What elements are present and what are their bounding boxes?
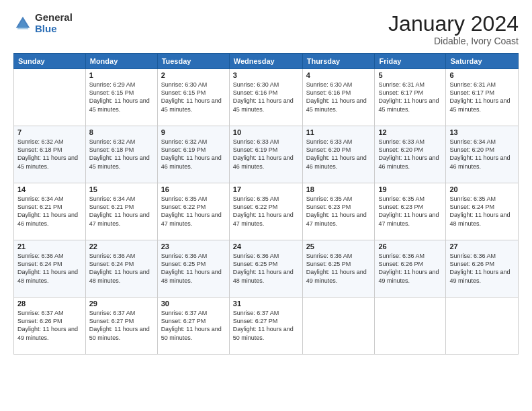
day-number: 16 xyxy=(161,185,226,193)
calendar-cell: 9Sunrise: 6:32 AMSunset: 6:19 PMDaylight… xyxy=(157,126,229,183)
calendar-cell: 17Sunrise: 6:35 AMSunset: 6:22 PMDayligh… xyxy=(229,183,302,240)
day-number: 31 xyxy=(233,300,299,308)
calendar-cell: 18Sunrise: 6:35 AMSunset: 6:23 PMDayligh… xyxy=(302,183,375,240)
day-number: 14 xyxy=(17,185,82,193)
calendar-cell: 29Sunrise: 6:37 AMSunset: 6:27 PMDayligh… xyxy=(85,298,157,355)
calendar-header-friday: Friday xyxy=(375,54,446,69)
cell-info: Sunrise: 6:36 AMSunset: 6:24 PMDaylight:… xyxy=(89,252,154,285)
cell-info: Sunrise: 6:37 AMSunset: 6:27 PMDaylight:… xyxy=(89,309,154,342)
calendar-cell: 25Sunrise: 6:36 AMSunset: 6:25 PMDayligh… xyxy=(302,240,375,298)
calendar-cell: 10Sunrise: 6:33 AMSunset: 6:19 PMDayligh… xyxy=(229,126,302,183)
cell-info: Sunrise: 6:36 AMSunset: 6:25 PMDaylight:… xyxy=(161,252,226,285)
calendar-cell: 30Sunrise: 6:37 AMSunset: 6:27 PMDayligh… xyxy=(157,298,229,355)
calendar-cell: 27Sunrise: 6:36 AMSunset: 6:26 PMDayligh… xyxy=(446,240,519,298)
calendar-table: SundayMondayTuesdayWednesdayThursdayFrid… xyxy=(13,53,519,355)
cell-info: Sunrise: 6:29 AMSunset: 6:15 PMDaylight:… xyxy=(89,81,154,113)
calendar-cell: 4Sunrise: 6:30 AMSunset: 6:16 PMDaylight… xyxy=(302,69,375,126)
day-number: 4 xyxy=(306,71,371,79)
calendar-header-sunday: Sunday xyxy=(14,54,86,69)
calendar-cell: 16Sunrise: 6:35 AMSunset: 6:22 PMDayligh… xyxy=(157,183,229,240)
day-number: 15 xyxy=(89,185,154,193)
cell-info: Sunrise: 6:33 AMSunset: 6:19 PMDaylight:… xyxy=(233,138,299,171)
calendar-cell xyxy=(375,298,446,355)
calendar-header-saturday: Saturday xyxy=(446,54,519,69)
day-number: 27 xyxy=(449,242,515,250)
cell-info: Sunrise: 6:35 AMSunset: 6:24 PMDaylight:… xyxy=(449,195,515,228)
day-number: 10 xyxy=(233,128,299,136)
day-number: 13 xyxy=(449,128,515,136)
calendar-cell: 7Sunrise: 6:32 AMSunset: 6:18 PMDaylight… xyxy=(14,126,86,183)
calendar-cell xyxy=(14,69,86,126)
day-number: 17 xyxy=(233,185,299,193)
calendar-header-monday: Monday xyxy=(85,54,157,69)
title-area: January 2024 Didable, Ivory Coast xyxy=(388,12,519,46)
header: General Blue January 2024 Didable, Ivory… xyxy=(13,12,519,46)
day-number: 12 xyxy=(378,128,442,136)
day-number: 21 xyxy=(17,242,82,250)
cell-info: Sunrise: 6:35 AMSunset: 6:22 PMDaylight:… xyxy=(233,195,299,228)
cell-info: Sunrise: 6:36 AMSunset: 6:24 PMDaylight:… xyxy=(17,252,82,285)
calendar-week-row: 21Sunrise: 6:36 AMSunset: 6:24 PMDayligh… xyxy=(14,240,519,298)
calendar-cell: 12Sunrise: 6:33 AMSunset: 6:20 PMDayligh… xyxy=(375,126,446,183)
logo-blue: Blue xyxy=(35,24,73,35)
day-number: 26 xyxy=(378,242,442,250)
logo-text: General Blue xyxy=(35,12,73,34)
calendar-cell: 11Sunrise: 6:33 AMSunset: 6:20 PMDayligh… xyxy=(302,126,375,183)
calendar-cell: 21Sunrise: 6:36 AMSunset: 6:24 PMDayligh… xyxy=(14,240,86,298)
calendar-cell: 19Sunrise: 6:35 AMSunset: 6:23 PMDayligh… xyxy=(375,183,446,240)
calendar-cell: 2Sunrise: 6:30 AMSunset: 6:15 PMDaylight… xyxy=(157,69,229,126)
calendar-cell: 13Sunrise: 6:34 AMSunset: 6:20 PMDayligh… xyxy=(446,126,519,183)
calendar-header-wednesday: Wednesday xyxy=(229,54,302,69)
calendar-cell: 20Sunrise: 6:35 AMSunset: 6:24 PMDayligh… xyxy=(446,183,519,240)
cell-info: Sunrise: 6:32 AMSunset: 6:18 PMDaylight:… xyxy=(89,138,154,171)
day-number: 25 xyxy=(306,242,371,250)
day-number: 20 xyxy=(449,185,515,193)
day-number: 7 xyxy=(17,128,82,136)
calendar-cell: 31Sunrise: 6:37 AMSunset: 6:27 PMDayligh… xyxy=(229,298,302,355)
day-number: 29 xyxy=(89,300,154,308)
cell-info: Sunrise: 6:36 AMSunset: 6:26 PMDaylight:… xyxy=(378,252,442,285)
cell-info: Sunrise: 6:32 AMSunset: 6:19 PMDaylight:… xyxy=(161,138,226,171)
cell-info: Sunrise: 6:30 AMSunset: 6:16 PMDaylight:… xyxy=(306,81,371,113)
cell-info: Sunrise: 6:37 AMSunset: 6:26 PMDaylight:… xyxy=(17,309,82,342)
day-number: 6 xyxy=(449,71,515,79)
calendar-cell: 22Sunrise: 6:36 AMSunset: 6:24 PMDayligh… xyxy=(85,240,157,298)
day-number: 30 xyxy=(161,300,226,308)
calendar-header-row: SundayMondayTuesdayWednesdayThursdayFrid… xyxy=(14,54,519,69)
day-number: 18 xyxy=(306,185,371,193)
calendar-cell: 24Sunrise: 6:36 AMSunset: 6:25 PMDayligh… xyxy=(229,240,302,298)
cell-info: Sunrise: 6:37 AMSunset: 6:27 PMDaylight:… xyxy=(233,309,299,342)
cell-info: Sunrise: 6:36 AMSunset: 6:25 PMDaylight:… xyxy=(306,252,371,285)
cell-info: Sunrise: 6:34 AMSunset: 6:20 PMDaylight:… xyxy=(449,138,515,171)
day-number: 3 xyxy=(233,71,299,79)
cell-info: Sunrise: 6:37 AMSunset: 6:27 PMDaylight:… xyxy=(161,309,226,342)
cell-info: Sunrise: 6:35 AMSunset: 6:22 PMDaylight:… xyxy=(161,195,226,228)
calendar-cell: 3Sunrise: 6:30 AMSunset: 6:16 PMDaylight… xyxy=(229,69,302,126)
cell-info: Sunrise: 6:32 AMSunset: 6:18 PMDaylight:… xyxy=(17,138,82,171)
day-number: 5 xyxy=(378,71,442,79)
day-number: 2 xyxy=(161,71,226,79)
cell-info: Sunrise: 6:35 AMSunset: 6:23 PMDaylight:… xyxy=(306,195,371,228)
calendar-cell xyxy=(446,298,519,355)
cell-info: Sunrise: 6:34 AMSunset: 6:21 PMDaylight:… xyxy=(89,195,154,228)
calendar-cell: 28Sunrise: 6:37 AMSunset: 6:26 PMDayligh… xyxy=(14,298,86,355)
calendar-cell: 15Sunrise: 6:34 AMSunset: 6:21 PMDayligh… xyxy=(85,183,157,240)
calendar-week-row: 7Sunrise: 6:32 AMSunset: 6:18 PMDaylight… xyxy=(14,126,519,183)
cell-info: Sunrise: 6:33 AMSunset: 6:20 PMDaylight:… xyxy=(306,138,371,171)
day-number: 19 xyxy=(378,185,442,193)
logo-general: General xyxy=(35,12,73,24)
calendar-cell: 5Sunrise: 6:31 AMSunset: 6:17 PMDaylight… xyxy=(375,69,446,126)
calendar-week-row: 28Sunrise: 6:37 AMSunset: 6:26 PMDayligh… xyxy=(14,298,519,355)
day-number: 9 xyxy=(161,128,226,136)
calendar-cell: 23Sunrise: 6:36 AMSunset: 6:25 PMDayligh… xyxy=(157,240,229,298)
day-number: 24 xyxy=(233,242,299,250)
calendar-header-thursday: Thursday xyxy=(302,54,375,69)
cell-info: Sunrise: 6:36 AMSunset: 6:25 PMDaylight:… xyxy=(233,252,299,285)
cell-info: Sunrise: 6:36 AMSunset: 6:26 PMDaylight:… xyxy=(449,252,515,285)
cell-info: Sunrise: 6:30 AMSunset: 6:15 PMDaylight:… xyxy=(161,81,226,113)
page: General Blue January 2024 Didable, Ivory… xyxy=(0,0,532,411)
cell-info: Sunrise: 6:34 AMSunset: 6:21 PMDaylight:… xyxy=(17,195,82,228)
cell-info: Sunrise: 6:33 AMSunset: 6:20 PMDaylight:… xyxy=(378,138,442,171)
logo: General Blue xyxy=(13,12,73,34)
day-number: 22 xyxy=(89,242,154,250)
